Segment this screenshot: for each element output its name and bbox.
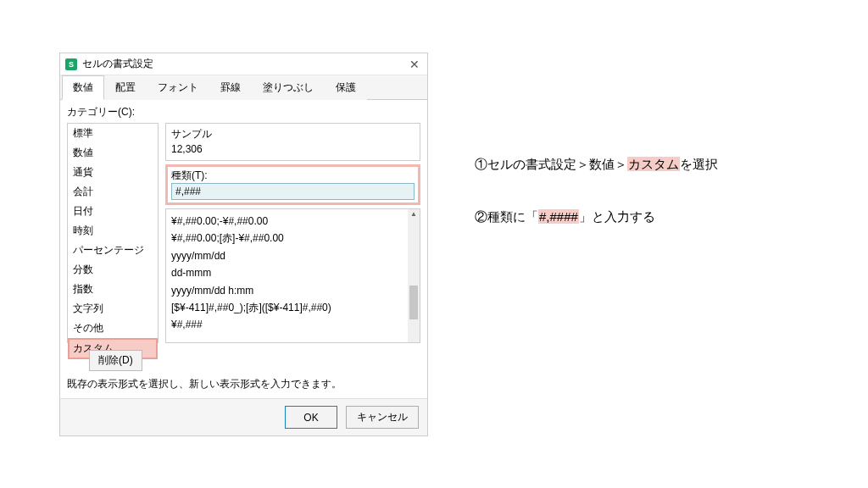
type-label: 種類(T):	[171, 169, 415, 183]
tab-font[interactable]: フォント	[147, 75, 209, 100]
category-item[interactable]: 時刻	[68, 221, 158, 241]
sample-box: サンプル 12,306	[165, 123, 420, 161]
tab-protection[interactable]: 保護	[325, 75, 367, 100]
category-item[interactable]: 分数	[68, 260, 158, 280]
category-item[interactable]: その他	[68, 319, 158, 338]
tab-alignment[interactable]: 配置	[104, 75, 147, 100]
ok-button[interactable]: OK	[285, 406, 337, 429]
type-input[interactable]	[171, 183, 415, 200]
cancel-button[interactable]: キャンセル	[346, 406, 419, 429]
category-item[interactable]: 標準	[68, 124, 158, 143]
tab-strip: 数値 配置 フォント 罫線 塗りつぶし 保護	[60, 75, 427, 100]
sample-label: サンプル	[171, 127, 415, 141]
format-item[interactable]: [$¥-411]#,##0_);[赤]([$¥-411]#,##0)	[171, 299, 403, 316]
format-list-wrap: ¥#,##0.00;-¥#,##0.00 ¥#,##0.00;[赤]-¥#,##…	[165, 208, 420, 343]
dialog-body: カテゴリー(C): 標準 数値 通貨 会計 日付 時刻 パーセンテージ 分数 指…	[60, 100, 427, 398]
hint-text: 既存の表示形式を選択し、新しい表示形式を入力できます。	[67, 378, 420, 391]
scroll-up-icon[interactable]: ▲	[410, 211, 417, 218]
titlebar: S セルの書式設定 ✕	[60, 53, 427, 75]
category-list[interactable]: 標準 数値 通貨 会計 日付 時刻 パーセンテージ 分数 指数 文字列 その他 …	[67, 123, 159, 343]
type-box: 種類(T):	[165, 164, 420, 205]
instruction-step-1: ①セルの書式設定＞数値＞カスタムを選択	[475, 154, 718, 175]
instruction-step-2: ②種類に「#,####」と入力する	[475, 207, 718, 227]
tab-border[interactable]: 罫線	[209, 75, 252, 100]
format-item[interactable]: ¥#,###	[171, 316, 403, 333]
category-item[interactable]: 指数	[68, 280, 158, 299]
format-item[interactable]: yyyy/mm/dd	[171, 247, 403, 264]
format-cells-dialog: S セルの書式設定 ✕ 数値 配置 フォント 罫線 塗りつぶし 保護 カテゴリー…	[59, 53, 428, 436]
format-item[interactable]: ¥#,##0.00;-¥#,##0.00	[171, 213, 403, 230]
format-item[interactable]: dd-mmm	[171, 264, 403, 281]
tab-number[interactable]: 数値	[62, 75, 104, 100]
dialog-title: セルの書式設定	[82, 57, 407, 71]
format-item[interactable]: ¥#,##0.00;[赤]-¥#,##0.00	[171, 230, 403, 247]
delete-button[interactable]: 削除(D)	[89, 350, 142, 371]
app-icon: S	[65, 58, 77, 70]
scrollbar[interactable]: ▲	[408, 209, 420, 342]
tab-fill[interactable]: 塗りつぶし	[252, 75, 325, 100]
category-item[interactable]: 数値	[68, 143, 158, 163]
dialog-buttons: OK キャンセル	[60, 398, 427, 435]
category-item[interactable]: 会計	[68, 182, 158, 202]
format-list[interactable]: ¥#,##0.00;-¥#,##0.00 ¥#,##0.00;[赤]-¥#,##…	[166, 209, 408, 342]
category-item[interactable]: パーセンテージ	[68, 241, 158, 260]
sample-value: 12,306	[171, 143, 415, 155]
scroll-thumb[interactable]	[409, 286, 418, 319]
category-item[interactable]: 日付	[68, 202, 158, 221]
category-item[interactable]: 文字列	[68, 299, 158, 319]
format-item[interactable]: yyyy/mm/dd h:mm	[171, 282, 403, 299]
close-icon[interactable]: ✕	[407, 57, 422, 72]
instructions: ①セルの書式設定＞数値＞カスタムを選択 ②種類に「#,####」と入力する	[475, 154, 718, 259]
category-item[interactable]: 通貨	[68, 163, 158, 182]
category-label: カテゴリー(C):	[67, 105, 420, 119]
